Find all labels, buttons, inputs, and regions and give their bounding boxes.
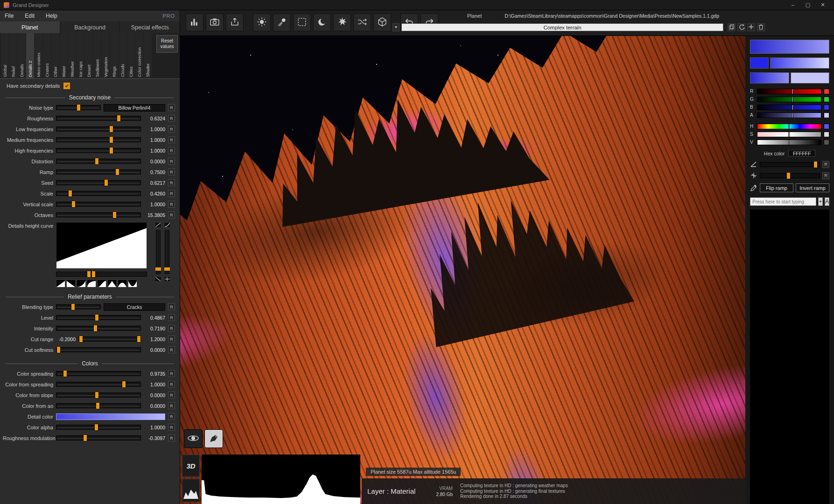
curve-preset-ramp-down[interactable] [66,280,76,287]
category-tab-details[interactable]: Details [18,33,26,78]
preset-add-button[interactable] [747,23,755,31]
reset-param-button[interactable]: R [168,314,175,321]
curve-preset-valley[interactable] [128,280,137,287]
channel-slider[interactable] [757,112,821,118]
preset-copy-button[interactable] [728,23,736,31]
param-slider[interactable] [56,159,141,164]
param-slider[interactable] [56,392,141,398]
channel-swatch[interactable] [824,112,829,118]
reset-param-button[interactable]: R [168,336,175,343]
secondary-details-checkbox[interactable] [63,83,70,89]
reset-param-button[interactable]: R [168,325,175,332]
param-slider[interactable] [56,169,141,175]
param-value[interactable]: 1.0000 [144,425,165,430]
selection-button[interactable] [293,14,311,31]
preset-list-area[interactable] [750,210,829,504]
reset-param-button[interactable]: R [168,179,175,186]
param-value[interactable]: 0.6217 [144,180,165,186]
category-tab-vegetation[interactable]: Vegetation [102,33,110,78]
param-value[interactable]: 1.0000 [144,382,165,387]
channel-slider[interactable] [757,89,821,94]
reset-param-button[interactable]: R [822,161,829,168]
param-value[interactable]: 0.0000 [144,347,165,353]
preset-refresh-button[interactable] [737,23,745,31]
ramp-end-swatch[interactable] [791,72,829,84]
channel-swatch[interactable] [824,97,829,102]
curve-preset-ease-in[interactable] [87,280,96,287]
tab-planet[interactable]: Planet [0,21,60,33]
curve-smooth-icon[interactable] [164,222,171,228]
param-slider[interactable] [56,148,141,153]
eyedropper-icon[interactable] [750,184,757,192]
reset-param-button[interactable]: R [168,402,175,409]
cube-button[interactable] [373,14,391,31]
category-tab-micro-craters[interactable]: Micro craters [35,33,42,78]
ramp-slope-slider[interactable] [760,162,820,167]
category-tab-rings[interactable]: Rings [110,33,118,78]
paint-tool-button[interactable] [204,429,223,448]
channel-swatch[interactable] [824,140,829,145]
curve-preset-s-curve[interactable] [97,280,106,287]
tab-background[interactable]: Background [60,21,120,33]
reset-param-button[interactable]: R [168,381,175,388]
menu-help[interactable]: Help [46,13,57,19]
curve-preset-ramp-up[interactable] [56,280,65,287]
reset-param-button[interactable]: R [168,136,175,143]
reset-param-button[interactable]: R [168,211,175,218]
minimize-button[interactable]: – [785,2,800,8]
curve-range-slider[interactable] [56,272,147,277]
channel-swatch[interactable] [824,89,829,94]
histogram-button[interactable] [186,14,203,31]
channel-swatch[interactable] [824,124,829,129]
param-slider[interactable] [56,425,141,430]
reset-param-button[interactable]: R [168,303,175,310]
param-slider[interactable] [56,347,141,352]
search-input[interactable] [750,197,816,206]
param-slider[interactable] [56,315,141,320]
param-value[interactable]: 0.6324 [144,116,165,121]
preset-select[interactable]: Complex terrain [401,23,723,31]
category-tab-relief[interactable]: Relief [9,33,17,78]
param-value[interactable]: 15.3805 [144,212,165,218]
close-button[interactable]: ✕ [815,2,830,8]
view-histogram-button[interactable] [182,479,200,502]
explosion-button[interactable] [333,14,351,31]
param-slider[interactable] [56,137,141,142]
param-value[interactable]: 1.0000 [144,126,165,132]
reset-param-button[interactable]: R [168,434,175,441]
reset-values-button[interactable]: Reset values [156,35,178,53]
param-slider[interactable] [56,202,141,207]
param-value[interactable]: -0.3097 [144,435,165,441]
color-ramp-preview[interactable] [750,40,829,54]
param-value[interactable]: 1.2000 [144,336,165,342]
reset-param-button[interactable]: R [168,201,175,208]
ramp-segment-1[interactable] [770,57,829,69]
channel-swatch[interactable] [824,132,829,137]
curve-preset-dome[interactable] [118,280,127,287]
reset-param-button[interactable]: R [822,172,829,179]
param-slider[interactable] [56,382,141,387]
reset-param-button[interactable]: R [168,104,175,111]
param-value[interactable]: 0.0000 [144,159,165,164]
category-tab-craters[interactable]: Craters [43,33,51,78]
details-height-curve-editor[interactable] [56,222,147,269]
param-value[interactable]: 0.0000 [144,392,165,398]
tab-special-effects[interactable]: Special effects [120,21,180,33]
param-slider[interactable] [56,191,141,196]
shuffle-button[interactable] [353,14,371,31]
sun-button[interactable] [253,14,271,31]
param-slider[interactable] [56,403,141,408]
param-slider[interactable] [56,326,141,331]
detail-color-bar[interactable] [56,413,165,420]
param-value[interactable]: 0.4867 [144,315,165,321]
param-value[interactable]: 1.0000 [144,137,165,143]
moon-button[interactable] [313,14,331,31]
category-tab-water[interactable]: Water [60,33,68,78]
param-slider[interactable] [56,116,141,121]
param-slider[interactable] [78,336,141,342]
param-slider[interactable] [56,126,141,132]
reset-param-button[interactable]: R [168,424,175,431]
reset-param-button[interactable]: R [168,158,175,165]
reset-param-button[interactable]: R [168,115,175,122]
category-tab-other[interactable]: Other [51,33,59,78]
